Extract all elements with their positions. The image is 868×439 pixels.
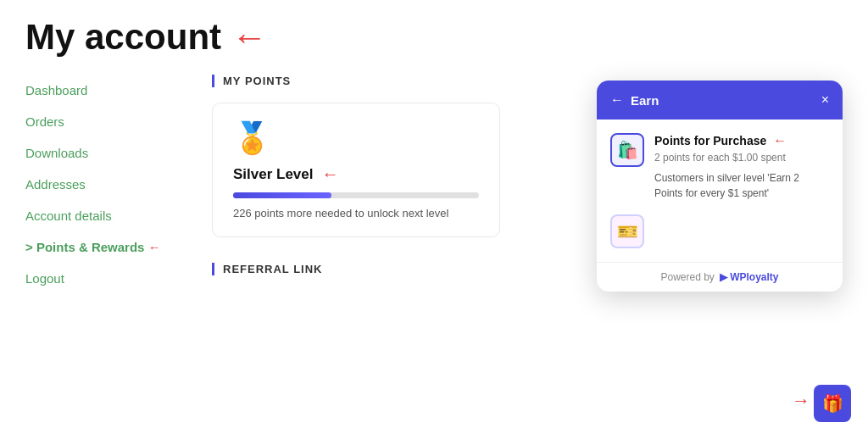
earn-item-desc: Customers in silver level 'Earn 2 Points… bbox=[654, 170, 829, 201]
sidebar-item-addresses[interactable]: Addresses bbox=[25, 169, 195, 200]
points-note: 226 points more needed to unlock next le… bbox=[233, 207, 479, 220]
footer-powered-by: Powered by bbox=[660, 271, 714, 283]
points-card: 🏅 Silver Level ← 226 points more needed … bbox=[212, 103, 500, 237]
earn-item-2: 🎫 bbox=[610, 214, 829, 248]
level-label: Silver Level bbox=[233, 166, 314, 183]
earn-item-arrow-icon: ← bbox=[773, 133, 787, 148]
gift-icon: 🎁 bbox=[822, 393, 843, 414]
sidebar-item-downloads[interactable]: Downloads bbox=[25, 137, 195, 169]
earn-popup: ← Earn × 🛍️ Points for Purchase ← 2 poin… bbox=[597, 81, 843, 292]
progress-bar-bg bbox=[233, 192, 479, 198]
earn-item-title-row: Points for Purchase ← bbox=[654, 133, 829, 148]
earn-item-subtitle: 2 points for each $1.00 spent bbox=[654, 152, 829, 164]
earn-item2-icon: 🎫 bbox=[610, 214, 644, 248]
earn-popup-header-left: ← Earn bbox=[610, 92, 659, 108]
earn-item-title: Points for Purchase bbox=[654, 134, 766, 147]
sidebar-item-dashboard[interactable]: Dashboard bbox=[25, 75, 195, 106]
earn-popup-footer: Powered by ▶ WPloyalty bbox=[597, 262, 843, 292]
earn-item-purchase: 🛍️ Points for Purchase ← 2 points for ea… bbox=[610, 133, 829, 201]
level-row: Silver Level ← bbox=[233, 164, 479, 184]
earn-close-button[interactable]: × bbox=[821, 93, 829, 107]
title-arrow-icon: ← bbox=[231, 17, 267, 58]
level-arrow-icon: ← bbox=[322, 164, 339, 184]
sidebar: Dashboard Orders Downloads Addresses Acc… bbox=[25, 75, 195, 422]
gift-arrow-icon: → bbox=[792, 390, 810, 412]
earn-popup-header: ← Earn × bbox=[597, 81, 843, 119]
earn-purchase-icon: 🛍️ bbox=[610, 133, 644, 167]
sidebar-item-account-details[interactable]: Account details bbox=[25, 200, 195, 231]
page-title-area: My account ← bbox=[25, 17, 843, 58]
earn-item-text: Points for Purchase ← 2 points for each … bbox=[654, 133, 829, 201]
wployalty-logo: ▶ WPloyalty bbox=[720, 271, 779, 283]
progress-bar-fill bbox=[233, 192, 331, 198]
sidebar-item-logout[interactable]: Logout bbox=[25, 263, 195, 294]
page-title: My account bbox=[25, 17, 221, 58]
earn-back-arrow[interactable]: ← bbox=[610, 92, 624, 108]
earn-title: Earn bbox=[631, 93, 659, 108]
points-rewards-arrow: ← bbox=[148, 240, 161, 254]
earn-popup-body: 🛍️ Points for Purchase ← 2 points for ea… bbox=[597, 119, 843, 262]
sidebar-item-points-rewards[interactable]: > Points & Rewards ← bbox=[25, 231, 195, 263]
sidebar-item-orders[interactable]: Orders bbox=[25, 106, 195, 137]
gift-button[interactable]: 🎁 bbox=[814, 385, 851, 422]
medal-icon: 🏅 bbox=[233, 120, 479, 156]
